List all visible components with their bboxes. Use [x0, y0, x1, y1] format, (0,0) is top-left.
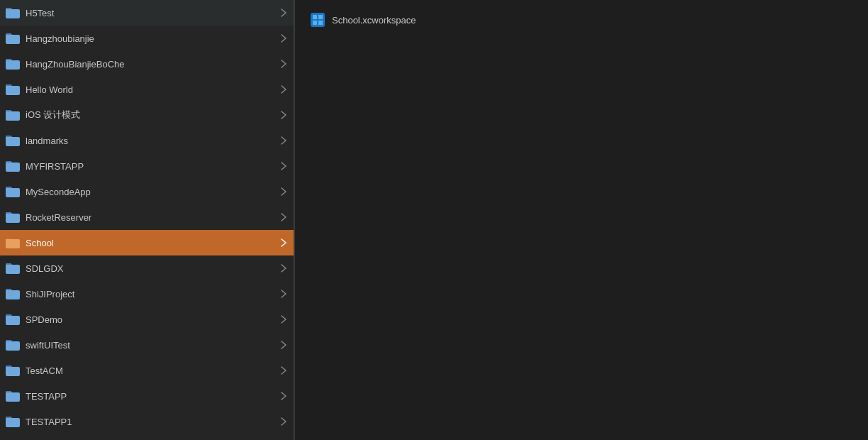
sidebar-item-hangzhoubianjiebuche[interactable]: HangZhouBianjieBoChe	[0, 51, 294, 77]
folder-icon	[6, 390, 20, 402]
sidebar-item-label: TestACM	[26, 365, 279, 376]
sidebar-item-label: MySecondeApp	[26, 187, 279, 197]
sidebar-item-label: H5Test	[26, 8, 279, 18]
sidebar-item-landmarks[interactable]: landmarks	[0, 128, 294, 153]
sidebar-item-myfirstapp[interactable]: MYFIRSTAPP	[0, 153, 294, 179]
chevron-right-icon	[279, 213, 288, 221]
sidebar-item-hangzhoubianjie[interactable]: Hangzhoubianjie	[0, 26, 294, 51]
chevron-right-icon	[279, 315, 288, 324]
svg-rect-4	[318, 21, 323, 25]
folder-icon	[6, 160, 20, 172]
sidebar-item-shijiproject[interactable]: ShiJIProject	[0, 281, 294, 307]
folder-icon	[6, 288, 20, 299]
chevron-right-icon	[279, 417, 288, 426]
folder-icon	[6, 135, 20, 146]
chevron-right-icon	[279, 264, 288, 273]
chevron-right-icon	[279, 9, 288, 17]
chevron-right-icon	[279, 290, 288, 298]
sidebar-item-label: Hangzhoubianjie	[26, 33, 279, 44]
sidebar-item-label: HangZhouBianjieBoChe	[26, 59, 279, 70]
sidebar-item-label: SPDemo	[26, 314, 279, 325]
sidebar-item-h5test[interactable]: H5Test	[0, 0, 294, 26]
sidebar-item-iosdesign[interactable]: iOS 设计模式	[0, 102, 294, 128]
folder-icon	[6, 416, 20, 427]
folder-icon	[6, 58, 20, 70]
folder-icon	[6, 237, 20, 248]
sidebar-item-rocketreserver[interactable]: RocketReserver	[0, 204, 294, 230]
sidebar-item-label: TESTAPP1	[26, 417, 279, 427]
svg-rect-3	[313, 21, 317, 25]
folder-icon	[6, 263, 20, 274]
sidebar-item-sdlgdx[interactable]: SDLGDX	[0, 255, 294, 281]
content-panel: School.xcworkspace	[295, 0, 868, 440]
svg-rect-2	[318, 15, 323, 19]
chevron-right-icon	[279, 366, 288, 375]
chevron-right-icon	[279, 60, 288, 68]
folder-icon	[6, 109, 20, 121]
sidebar-item-label: School	[26, 238, 279, 248]
folder-icon	[6, 314, 20, 325]
sidebar-item-testacm[interactable]: TestACM	[0, 358, 294, 383]
chevron-right-icon	[279, 162, 288, 170]
sidebar-item-label: Hello World	[26, 84, 279, 95]
sidebar-item-label: swiftUITest	[26, 340, 279, 351]
sidebar-item-label: ShiJIProject	[26, 289, 279, 299]
sidebar-item-swiftuitest[interactable]: swiftUITest	[0, 332, 294, 358]
svg-rect-1	[313, 15, 317, 19]
chevron-right-icon	[279, 85, 288, 94]
file-item-school-xcworkspace[interactable]: School.xcworkspace	[306, 7, 857, 33]
folder-icon	[6, 339, 20, 351]
chevron-right-icon	[279, 136, 288, 145]
folder-icon	[6, 211, 20, 223]
sidebar-item-label: iOS 设计模式	[26, 109, 279, 121]
sidebar-item-spdemo[interactable]: SPDemo	[0, 307, 294, 332]
folder-icon	[6, 7, 20, 18]
content-area: School.xcworkspace	[295, 0, 868, 440]
sidebar-item-label: RocketReserver	[26, 212, 279, 223]
sidebar-item-helloworld[interactable]: Hello World	[0, 77, 294, 102]
folder-icon	[6, 186, 20, 197]
chevron-right-icon	[279, 111, 288, 119]
folder-icon	[6, 365, 20, 376]
folder-icon	[6, 33, 20, 44]
sidebar-item-school[interactable]: School	[0, 230, 294, 255]
sidebar: H5Test Hangzhoubianjie HangZhouBianjieBo…	[0, 0, 294, 440]
sidebar-item-testapp1[interactable]: TESTAPP1	[0, 409, 294, 434]
chevron-right-icon	[279, 34, 288, 43]
sidebar-item-mysecondeapp[interactable]: MySecondeApp	[0, 179, 294, 204]
chevron-right-icon	[279, 341, 288, 349]
sidebar-item-label: SDLGDX	[26, 263, 279, 274]
chevron-right-icon	[279, 187, 288, 196]
folder-icon	[6, 84, 20, 95]
sidebar-item-label: TESTAPP	[26, 391, 279, 402]
chevron-right-icon	[279, 392, 288, 400]
xcworkspace-icon	[309, 11, 326, 28]
chevron-right-icon	[279, 238, 288, 247]
sidebar-item-label: landmarks	[26, 136, 279, 146]
sidebar-item-label: MYFIRSTAPP	[26, 161, 279, 172]
sidebar-item-testapp[interactable]: TESTAPP	[0, 383, 294, 409]
file-label: School.xcworkspace	[332, 15, 416, 26]
